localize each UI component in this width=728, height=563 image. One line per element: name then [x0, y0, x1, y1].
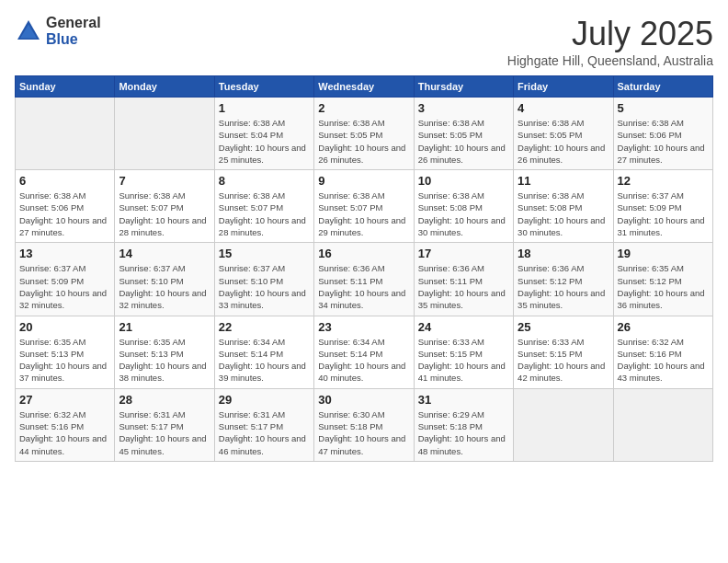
day-info: Sunrise: 6:32 AMSunset: 5:16 PMDaylight:…	[618, 336, 709, 385]
day-info: Sunrise: 6:38 AMSunset: 5:05 PMDaylight:…	[518, 117, 609, 166]
day-cell: 28Sunrise: 6:31 AMSunset: 5:17 PMDayligh…	[115, 388, 214, 461]
day-cell: 13Sunrise: 6:37 AMSunset: 5:09 PMDayligh…	[16, 243, 115, 316]
day-cell: 26Sunrise: 6:32 AMSunset: 5:16 PMDayligh…	[613, 316, 712, 388]
day-info: Sunrise: 6:36 AMSunset: 5:11 PMDaylight:…	[418, 262, 509, 311]
day-info: Sunrise: 6:35 AMSunset: 5:12 PMDaylight:…	[618, 262, 709, 311]
week-row-3: 13Sunrise: 6:37 AMSunset: 5:09 PMDayligh…	[16, 243, 713, 316]
location-title: Highgate Hill, Queensland, Australia	[507, 53, 713, 68]
day-header-friday: Friday	[514, 76, 613, 98]
day-info: Sunrise: 6:38 AMSunset: 5:04 PMDaylight:…	[219, 117, 310, 166]
day-cell: 31Sunrise: 6:29 AMSunset: 5:18 PMDayligh…	[414, 388, 513, 461]
days-of-week-row: SundayMondayTuesdayWednesdayThursdayFrid…	[16, 76, 713, 98]
week-row-5: 27Sunrise: 6:32 AMSunset: 5:16 PMDayligh…	[16, 388, 713, 461]
day-info: Sunrise: 6:36 AMSunset: 5:11 PMDaylight:…	[318, 262, 409, 311]
day-info: Sunrise: 6:38 AMSunset: 5:07 PMDaylight:…	[219, 190, 310, 238]
logo-text-general: General	[46, 15, 101, 30]
day-header-monday: Monday	[115, 76, 214, 98]
day-info: Sunrise: 6:38 AMSunset: 5:07 PMDaylight:…	[119, 190, 210, 238]
day-number: 4	[518, 101, 609, 115]
day-cell: 25Sunrise: 6:33 AMSunset: 5:15 PMDayligh…	[514, 316, 613, 388]
day-number: 21	[119, 320, 210, 334]
day-number: 10	[418, 174, 509, 188]
day-info: Sunrise: 6:35 AMSunset: 5:13 PMDaylight:…	[119, 336, 210, 385]
day-info: Sunrise: 6:33 AMSunset: 5:15 PMDaylight:…	[518, 336, 609, 385]
day-number: 12	[618, 174, 709, 188]
day-header-thursday: Thursday	[414, 76, 513, 98]
day-info: Sunrise: 6:37 AMSunset: 5:10 PMDaylight:…	[119, 262, 210, 311]
day-number: 3	[418, 101, 509, 115]
day-cell: 27Sunrise: 6:32 AMSunset: 5:16 PMDayligh…	[16, 388, 115, 461]
day-info: Sunrise: 6:37 AMSunset: 5:09 PMDaylight:…	[19, 262, 110, 311]
day-cell: 5Sunrise: 6:38 AMSunset: 5:06 PMDaylight…	[613, 98, 712, 170]
day-cell: 7Sunrise: 6:38 AMSunset: 5:07 PMDaylight…	[115, 170, 214, 243]
day-number: 20	[19, 320, 110, 334]
day-cell: 14Sunrise: 6:37 AMSunset: 5:10 PMDayligh…	[115, 243, 214, 316]
day-number: 24	[418, 320, 509, 334]
day-info: Sunrise: 6:35 AMSunset: 5:13 PMDaylight:…	[19, 336, 110, 385]
day-info: Sunrise: 6:29 AMSunset: 5:18 PMDaylight:…	[418, 408, 509, 457]
day-number: 15	[219, 247, 310, 260]
day-cell: 4Sunrise: 6:38 AMSunset: 5:05 PMDaylight…	[514, 98, 613, 170]
day-number: 14	[119, 247, 210, 260]
day-info: Sunrise: 6:37 AMSunset: 5:10 PMDaylight:…	[219, 262, 310, 311]
day-number: 26	[618, 320, 709, 334]
day-info: Sunrise: 6:32 AMSunset: 5:16 PMDaylight:…	[19, 408, 110, 457]
day-number: 19	[618, 247, 709, 260]
day-cell: 8Sunrise: 6:38 AMSunset: 5:07 PMDaylight…	[214, 170, 313, 243]
day-header-sunday: Sunday	[16, 76, 115, 98]
day-cell	[514, 388, 613, 461]
title-block: July 2025 Highgate Hill, Queensland, Aus…	[507, 15, 713, 68]
day-number: 27	[19, 393, 110, 407]
day-info: Sunrise: 6:34 AMSunset: 5:14 PMDaylight:…	[318, 336, 409, 385]
day-cell: 20Sunrise: 6:35 AMSunset: 5:13 PMDayligh…	[16, 316, 115, 388]
day-number: 1	[219, 101, 310, 115]
day-cell: 9Sunrise: 6:38 AMSunset: 5:07 PMDaylight…	[314, 170, 414, 243]
day-number: 16	[318, 247, 409, 260]
day-number: 22	[219, 320, 310, 334]
day-cell: 29Sunrise: 6:31 AMSunset: 5:17 PMDayligh…	[214, 388, 313, 461]
day-info: Sunrise: 6:31 AMSunset: 5:17 PMDaylight:…	[219, 408, 310, 457]
day-number: 30	[318, 393, 409, 407]
day-info: Sunrise: 6:37 AMSunset: 5:09 PMDaylight:…	[618, 190, 709, 238]
day-number: 13	[19, 247, 110, 260]
day-number: 28	[119, 393, 210, 407]
day-info: Sunrise: 6:34 AMSunset: 5:14 PMDaylight:…	[219, 336, 310, 385]
day-cell: 6Sunrise: 6:38 AMSunset: 5:06 PMDaylight…	[16, 170, 115, 243]
day-cell: 3Sunrise: 6:38 AMSunset: 5:05 PMDaylight…	[414, 98, 513, 170]
day-info: Sunrise: 6:38 AMSunset: 5:08 PMDaylight:…	[418, 190, 509, 238]
day-info: Sunrise: 6:38 AMSunset: 5:06 PMDaylight:…	[19, 190, 110, 238]
logo-icon	[15, 17, 42, 45]
day-number: 2	[318, 101, 409, 115]
day-info: Sunrise: 6:38 AMSunset: 5:05 PMDaylight:…	[418, 117, 509, 166]
logo-text-blue: Blue	[46, 31, 78, 47]
day-cell: 2Sunrise: 6:38 AMSunset: 5:05 PMDaylight…	[314, 98, 414, 170]
calendar-table: SundayMondayTuesdayWednesdayThursdayFrid…	[15, 75, 713, 462]
month-title: July 2025	[507, 15, 713, 53]
day-cell: 17Sunrise: 6:36 AMSunset: 5:11 PMDayligh…	[414, 243, 513, 316]
week-row-2: 6Sunrise: 6:38 AMSunset: 5:06 PMDaylight…	[16, 170, 713, 243]
day-cell: 18Sunrise: 6:36 AMSunset: 5:12 PMDayligh…	[514, 243, 613, 316]
day-number: 11	[518, 174, 609, 188]
day-number: 25	[518, 320, 609, 334]
day-cell	[115, 98, 214, 170]
day-info: Sunrise: 6:38 AMSunset: 5:06 PMDaylight:…	[618, 117, 709, 166]
day-info: Sunrise: 6:30 AMSunset: 5:18 PMDaylight:…	[318, 408, 409, 457]
day-number: 7	[119, 174, 210, 188]
day-info: Sunrise: 6:38 AMSunset: 5:08 PMDaylight:…	[518, 190, 609, 238]
page-header: General Blue July 2025 Highgate Hill, Qu…	[15, 15, 713, 68]
day-cell	[613, 388, 712, 461]
day-cell: 22Sunrise: 6:34 AMSunset: 5:14 PMDayligh…	[214, 316, 313, 388]
day-cell: 30Sunrise: 6:30 AMSunset: 5:18 PMDayligh…	[314, 388, 414, 461]
day-cell: 12Sunrise: 6:37 AMSunset: 5:09 PMDayligh…	[613, 170, 712, 243]
day-number: 18	[518, 247, 609, 260]
day-number: 9	[318, 174, 409, 188]
calendar-header: SundayMondayTuesdayWednesdayThursdayFrid…	[16, 76, 713, 98]
day-cell: 23Sunrise: 6:34 AMSunset: 5:14 PMDayligh…	[314, 316, 414, 388]
day-info: Sunrise: 6:33 AMSunset: 5:15 PMDaylight:…	[418, 336, 509, 385]
day-cell: 15Sunrise: 6:37 AMSunset: 5:10 PMDayligh…	[214, 243, 313, 316]
day-number: 23	[318, 320, 409, 334]
day-info: Sunrise: 6:38 AMSunset: 5:07 PMDaylight:…	[318, 190, 409, 238]
logo: General Blue	[15, 15, 101, 48]
day-cell: 16Sunrise: 6:36 AMSunset: 5:11 PMDayligh…	[314, 243, 414, 316]
day-info: Sunrise: 6:36 AMSunset: 5:12 PMDaylight:…	[518, 262, 609, 311]
